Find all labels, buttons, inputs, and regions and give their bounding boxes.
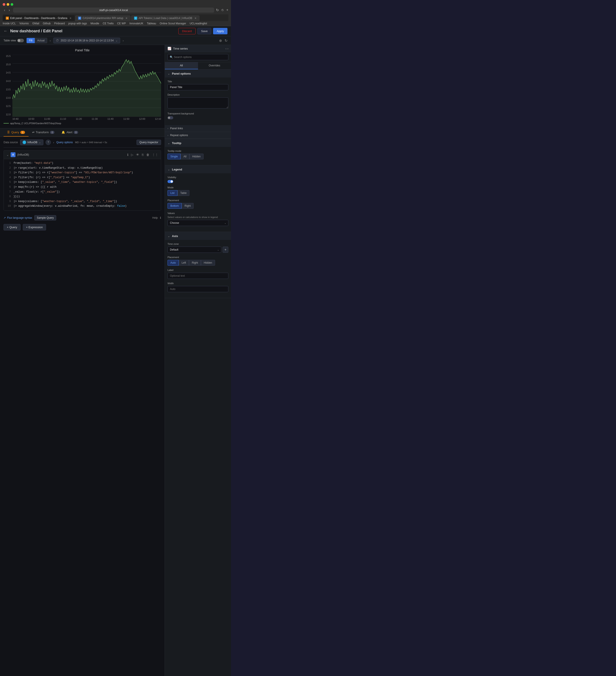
bookmark-inside-ucl[interactable]: Inside UCL bbox=[3, 22, 16, 25]
bookmark-ce-trello[interactable]: CE Trello bbox=[103, 22, 114, 25]
discard-button[interactable]: Discard bbox=[178, 28, 196, 34]
bookmark-ce-wp[interactable]: CE WP bbox=[117, 22, 126, 25]
axis-header[interactable]: ⌄ Axis bbox=[165, 232, 231, 240]
address-bar[interactable]: staff-pi-casa0014.local bbox=[13, 7, 214, 13]
browser-actions: ↻ ⎋ + bbox=[216, 8, 228, 12]
legend-list-btn[interactable]: List bbox=[168, 190, 177, 196]
panel-type-selector[interactable]: 📈 Time series ‹ › bbox=[165, 45, 231, 52]
panel-type-prev-icon[interactable]: ‹ bbox=[226, 47, 226, 50]
sample-query-button[interactable]: Sample Query bbox=[34, 215, 56, 220]
tooltip-hidden-btn[interactable]: Hidden bbox=[189, 154, 203, 159]
tooltip-all-btn[interactable]: All bbox=[181, 154, 189, 159]
browser-tab-grafana[interactable]: G Edit panel - Dashboards - Dashboards -… bbox=[3, 15, 74, 21]
flux-link-label: Flux language syntax bbox=[7, 216, 32, 219]
tab-close-influxdb[interactable]: ✕ bbox=[194, 17, 196, 20]
tab-close-plantmonitor[interactable]: ✕ bbox=[125, 17, 127, 20]
back-nav-button[interactable]: ‹ bbox=[3, 8, 6, 13]
axis-right-btn[interactable]: Right bbox=[189, 260, 201, 266]
query-visibility-icon[interactable]: 👁 bbox=[136, 153, 139, 157]
zoom-in-icon[interactable]: ⊕ bbox=[219, 39, 222, 43]
share-icon[interactable]: ⎋ bbox=[222, 8, 224, 12]
legend-visibility-toggle[interactable] bbox=[168, 180, 173, 183]
code-editor[interactable]: 1 from(bucket: "mqtt-data") 2 |> range(s… bbox=[4, 159, 161, 211]
query-execute-icon[interactable]: ▷ bbox=[131, 153, 133, 157]
add-expression-button[interactable]: + Expression bbox=[23, 224, 46, 230]
time-nav-left[interactable]: ‹ bbox=[50, 39, 51, 42]
repeat-options-item[interactable]: › Repeat options bbox=[165, 132, 231, 139]
tab-alert[interactable]: 🔔 Alert 0 bbox=[58, 128, 82, 136]
query-inspector-button[interactable]: Query inspector bbox=[136, 140, 161, 145]
legend-right-btn[interactable]: Right bbox=[182, 203, 194, 209]
bookmark-volumio[interactable]: Volumio bbox=[19, 22, 29, 25]
bookmark-gmail[interactable]: GMail bbox=[32, 22, 39, 25]
query-options-link[interactable]: Query options bbox=[56, 141, 73, 144]
axis-left-btn[interactable]: Left bbox=[179, 260, 189, 266]
add-query-button[interactable]: + Query bbox=[4, 224, 20, 230]
table-view-toggle[interactable]: Table view bbox=[4, 39, 24, 42]
legend-bottom-btn[interactable]: Bottom bbox=[168, 203, 182, 209]
flux-language-link[interactable]: ↗ Flux language syntax bbox=[4, 216, 32, 219]
time-nav-right[interactable]: › bbox=[123, 39, 124, 42]
expand-icon[interactable]: › bbox=[53, 141, 54, 144]
browser-tab-plantmonitor[interactable]: C CASA0014 plantmonitor RPi setup ✕ bbox=[75, 15, 131, 21]
close-traffic-light[interactable] bbox=[3, 3, 5, 6]
timezone-select[interactable]: Default bbox=[168, 246, 221, 253]
transparent-bg-toggle[interactable] bbox=[168, 116, 173, 119]
forward-nav-button[interactable]: › bbox=[7, 8, 11, 13]
datasource-selector[interactable]: ⋮ InfluxDB ⌄ bbox=[20, 139, 43, 145]
bookmark-ucl-reading[interactable]: UCLreadinglist bbox=[190, 22, 207, 25]
fill-button[interactable]: Fill bbox=[26, 38, 35, 43]
bookmark-tableau[interactable]: Tableau bbox=[147, 22, 156, 25]
tab-all[interactable]: All bbox=[165, 62, 198, 69]
panel-links-chevron: › bbox=[168, 127, 168, 130]
back-button[interactable]: ← bbox=[4, 29, 7, 34]
panel-links-item[interactable]: › Panel links bbox=[165, 125, 231, 132]
bookmark-pinboard[interactable]: Pinboard bbox=[54, 22, 65, 25]
query-drag-icon[interactable]: ⋮⋮ bbox=[152, 153, 158, 157]
panel-type-next-icon[interactable]: › bbox=[228, 47, 228, 50]
refresh-icon[interactable]: ↻ bbox=[225, 39, 228, 43]
axis-label-input[interactable] bbox=[168, 273, 228, 279]
query-collapse-arrow[interactable]: ⌄ bbox=[6, 153, 9, 157]
query-duplicate-icon[interactable]: ⎘ bbox=[142, 153, 143, 157]
tooltip-single-btn[interactable]: Single bbox=[168, 154, 181, 159]
bookmark-moodle[interactable]: Moodle bbox=[90, 22, 99, 25]
query-info-icon[interactable]: ℹ bbox=[127, 153, 128, 157]
datasource-help-button[interactable]: ? bbox=[46, 140, 51, 145]
legend-values-select[interactable]: Choose bbox=[168, 220, 228, 226]
axis-auto-btn[interactable]: Auto bbox=[168, 260, 179, 266]
info-icon[interactable]: ℹ bbox=[160, 216, 161, 219]
apply-button[interactable]: Apply bbox=[213, 28, 228, 34]
legend-header[interactable]: ⌄ Legend bbox=[165, 165, 231, 173]
description-textarea[interactable] bbox=[168, 97, 228, 108]
panel-options-header[interactable]: ⌄ Panel options bbox=[165, 69, 231, 77]
search-input[interactable] bbox=[168, 54, 228, 60]
tab-transform[interactable]: ⇌ Transform 0 bbox=[28, 128, 58, 136]
table-view-switch[interactable] bbox=[17, 39, 24, 42]
save-button[interactable]: Save bbox=[197, 28, 211, 34]
title-input[interactable] bbox=[168, 84, 228, 90]
browser-tab-influxdb[interactable]: I API Tokens | Load Data | casa0014 | In… bbox=[131, 15, 200, 21]
tab-query[interactable]: 🗄 Query 1 bbox=[4, 128, 28, 136]
bookmark-popup[interactable]: popup with tags bbox=[68, 22, 87, 25]
tooltip-header[interactable]: ⌄ Tooltip bbox=[165, 139, 231, 147]
maximize-traffic-light[interactable] bbox=[11, 3, 13, 6]
axis-title: Axis bbox=[172, 234, 178, 238]
bookmark-innovateuk[interactable]: InnovateUK bbox=[129, 22, 143, 25]
query-delete-icon[interactable]: 🗑 bbox=[146, 153, 149, 157]
actual-button[interactable]: Actual bbox=[35, 38, 47, 43]
tab-close-grafana[interactable]: ✕ bbox=[69, 17, 71, 20]
x-label-9: 12:10 bbox=[155, 118, 161, 120]
tab-overrides[interactable]: Overrides bbox=[198, 62, 231, 69]
time-range-picker[interactable]: ⏱ 2022-10-14 10:36:18 to 2022-10-14 12:1… bbox=[53, 38, 120, 43]
new-tab-icon[interactable]: + bbox=[226, 8, 228, 12]
add-timezone-button[interactable]: + bbox=[223, 246, 228, 253]
help-link[interactable]: Help bbox=[152, 216, 158, 219]
legend-table-btn[interactable]: Table bbox=[177, 190, 190, 196]
axis-width-input[interactable] bbox=[168, 286, 228, 292]
bookmark-osm[interactable]: Online Scout Manager bbox=[160, 22, 186, 25]
axis-hidden-btn[interactable]: Hidden bbox=[201, 260, 215, 266]
reload-icon[interactable]: ↻ bbox=[216, 8, 219, 12]
minimize-traffic-light[interactable] bbox=[7, 3, 9, 6]
bookmark-github[interactable]: Github bbox=[43, 22, 51, 25]
